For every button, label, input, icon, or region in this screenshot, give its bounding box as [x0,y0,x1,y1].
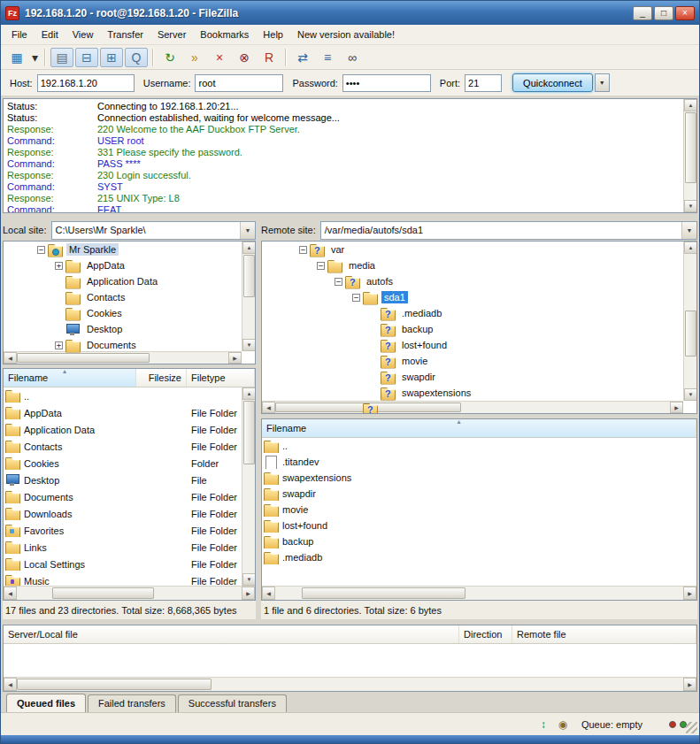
minimize-button[interactable]: _ [633,6,652,20]
scroll-up-arrow[interactable]: ▲ [684,242,697,254]
directory-comparison-button[interactable]: ≡ [316,48,339,67]
remote-site-combobox[interactable]: /var/media/autofs/sda1 ▼ [320,221,697,240]
filezilla-app-icon[interactable]: Fz [5,6,19,20]
tree-item[interactable]: + AppData [4,257,255,273]
remote-tree-vscrollbar[interactable]: ▲ ▼ [683,242,696,401]
scroll-left-arrow[interactable]: ◀ [4,587,17,600]
tree-item[interactable]: .mediadb [262,305,696,321]
toggle-message-log-button[interactable]: ▤ [50,48,73,67]
file-row[interactable]: lost+found [262,518,696,533]
host-input[interactable] [37,74,135,92]
resize-grip[interactable] [686,722,697,733]
tree-item[interactable]: − autofs [262,273,696,289]
scroll-up-arrow[interactable]: ▲ [242,242,256,254]
file-row[interactable]: AppData File Folder [4,404,242,421]
expander-icon[interactable]: − [299,246,307,254]
log-splitter[interactable] [1,213,699,219]
toggle-remote-tree-button[interactable]: ⊞ [100,48,123,67]
menu-item[interactable]: New version available! [290,26,402,43]
scroll-right-arrow[interactable]: ▶ [670,402,683,413]
tree-item[interactable]: backup [262,321,696,337]
column-header[interactable]: Filename [4,369,136,387]
file-row[interactable]: Favorites File Folder [4,522,242,539]
expander-icon[interactable]: − [335,278,342,286]
expander-icon[interactable]: + [55,341,63,349]
speed-limits-icon[interactable]: ↕ [535,717,551,732]
column-header[interactable]: Filename [262,419,696,437]
scrollbar-thumb[interactable] [17,353,150,363]
queue-tab[interactable]: Queued files [6,694,86,712]
scrollbar-thumb[interactable] [685,112,696,183]
scroll-right-arrow[interactable]: ▶ [683,678,696,691]
tree-item[interactable]: lost+found [262,337,696,353]
cancel-operation-button[interactable]: × [208,48,231,67]
menu-item[interactable]: Bookmarks [193,26,256,43]
file-row[interactable]: swapdir [262,486,696,502]
menu-item[interactable]: Edit [35,26,65,43]
tree-item[interactable]: Application Data [4,273,255,289]
scroll-left-arrow[interactable]: ◀ [262,402,275,413]
file-row[interactable]: movie [262,502,696,518]
menu-item[interactable]: File [4,26,35,43]
scrollbar-thumb[interactable] [243,255,255,297]
password-input[interactable] [342,74,431,92]
quickconnect-dropdown[interactable]: ▼ [595,73,610,92]
scroll-down-arrow[interactable]: ▼ [684,200,697,212]
site-manager-button[interactable]: ▦ [5,48,28,67]
scroll-right-arrow[interactable]: ▶ [683,587,696,600]
maximize-button[interactable]: □ [654,6,673,20]
file-row[interactable]: backup [262,533,696,549]
file-row[interactable]: .. [4,387,242,404]
tree-item[interactable]: − media [262,257,696,273]
file-row[interactable]: Application Data File Folder [4,421,242,438]
file-row[interactable]: .mediadb [262,549,696,565]
menu-item[interactable]: Server [150,26,193,43]
tree-item[interactable]: swapextensions [262,385,696,401]
scroll-right-arrow[interactable]: ▶ [228,352,242,364]
tree-item[interactable]: swapdir [262,369,696,385]
tree-item[interactable]: − Mr Sparkle [4,242,255,257]
local-tree-hscrollbar[interactable]: ◀ ▶ [4,351,242,364]
local-tree-vscrollbar[interactable]: ▲ ▼ [242,242,255,351]
queue-tab[interactable]: Successful transfers [178,694,287,712]
file-row[interactable]: .. [262,438,696,454]
scroll-up-arrow[interactable]: ▲ [242,387,256,400]
file-row[interactable]: Local Settings File Folder [4,556,242,572]
scroll-left-arrow[interactable]: ◀ [4,678,17,691]
expander-icon[interactable]: − [317,262,325,270]
scrollbar-thumb[interactable] [302,587,465,599]
tree-item[interactable]: − var [262,242,696,257]
menu-item[interactable]: Help [256,26,290,43]
scrollbar-thumb[interactable] [17,679,212,690]
column-header[interactable]: Direction [459,625,512,643]
scroll-down-arrow[interactable]: ▼ [684,388,697,401]
tree-item[interactable]: Cookies [4,305,255,321]
find-files-button[interactable]: ∞ [341,48,364,67]
scrollbar-thumb[interactable] [685,311,696,357]
refresh-button[interactable]: ↻ [158,48,181,67]
expander-icon[interactable]: + [55,262,63,270]
scrollbar-thumb[interactable] [243,401,255,464]
scroll-left-arrow[interactable]: ◀ [4,352,17,364]
local-list-vscrollbar[interactable]: ▲ ▼ [242,387,255,586]
queue-hscrollbar[interactable]: ◀ ▶ [4,677,696,691]
port-input[interactable] [465,74,502,92]
column-header[interactable]: Remote file [512,625,696,643]
file-row[interactable]: Downloads File Folder [4,505,242,522]
expander-icon[interactable]: − [37,246,45,254]
file-row[interactable]: .titandev [262,454,696,470]
tree-item[interactable]: − sda1 [262,289,696,305]
quickconnect-button[interactable]: Quickconnect [512,73,593,92]
disconnect-button[interactable]: ⊗ [233,48,256,67]
file-row[interactable]: Documents File Folder [4,488,242,505]
site-manager-dropdown[interactable]: ▾ [29,48,41,67]
file-row[interactable]: Links File Folder [4,539,242,556]
filter-icon[interactable]: ◉ [555,717,571,732]
menu-item[interactable]: View [65,26,101,43]
column-header[interactable]: Filesize [136,369,187,387]
column-header[interactable]: Filetype [187,369,255,387]
file-row[interactable]: Cookies Folder [4,455,242,472]
remote-tree-hscrollbar[interactable]: ◀ ▶ [262,401,683,413]
remote-list-hscrollbar[interactable]: ◀ ▶ [262,586,696,600]
queue-tab[interactable]: Failed transfers [88,694,176,712]
